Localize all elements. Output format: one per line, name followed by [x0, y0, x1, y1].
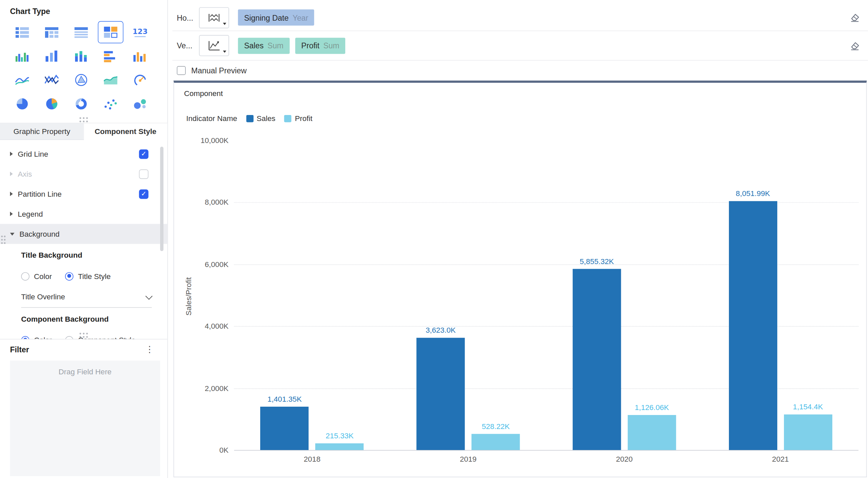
title-overline-label: Title Overline [21, 293, 65, 301]
chart-type-multi-series-column-icon[interactable] [9, 45, 35, 67]
component-bg-color-radio[interactable] [21, 336, 29, 339]
bar[interactable] [572, 269, 621, 450]
chart-type-custom-line-icon[interactable] [39, 69, 64, 91]
bar-groups: 1,401.35K215.33K3,623.0K528.22K5,855.32K… [234, 141, 859, 450]
chart-type-detail-table-icon[interactable] [68, 21, 94, 43]
bar-sales-2021[interactable]: 8,051.99K [728, 189, 777, 450]
chart-type-line-icon[interactable] [9, 69, 35, 91]
x-axis-label: 2020 [547, 455, 703, 463]
bar[interactable] [728, 201, 777, 450]
prop-label: Grid Line [18, 150, 48, 158]
title-overline-select[interactable]: Title Overline [21, 286, 152, 308]
chart-type-column-icon[interactable] [39, 45, 64, 67]
legend-item-profit[interactable]: Profit [284, 114, 312, 123]
chart-type-cross-table-icon[interactable] [39, 21, 64, 43]
chart-type-stacked-column-icon[interactable] [68, 45, 94, 67]
scrollbar-thumb[interactable] [160, 147, 163, 251]
legend-label: Sales [256, 114, 275, 123]
chart-type-pie-icon[interactable] [9, 93, 35, 115]
grid-line-checkbox[interactable]: ✓ [139, 149, 149, 159]
vertical-axis-type-button[interactable] [199, 35, 229, 56]
bar-group-2020: 5,855.32K1,126.06K [547, 257, 703, 450]
clear-vertical-button[interactable] [850, 40, 860, 51]
chart-type-multi-chart-icon[interactable] [98, 21, 123, 43]
prop-row-background[interactable]: Background [0, 224, 167, 244]
chart-type-kpi-card-icon[interactable]: 123 [127, 21, 153, 43]
chart-component[interactable]: Component Indicator Name Sales Profit Sa… [174, 81, 867, 477]
bar-sales-2018[interactable]: 1,401.35K [260, 395, 309, 450]
prop-row-partition-line[interactable]: Partition Line ✓ [0, 184, 167, 204]
prop-label: Background [19, 230, 59, 238]
axis-checkbox[interactable]: ✓ [139, 169, 149, 179]
pill-aggregation: Sum [268, 41, 284, 50]
bar[interactable] [472, 434, 520, 450]
dropdown-caret-icon [223, 51, 226, 53]
bar-sales-2020[interactable]: 5,855.32K [572, 257, 621, 450]
chart-type-drag-handle[interactable] [80, 117, 88, 123]
chart-type-grouping-table-icon[interactable] [9, 21, 35, 43]
caret-right-icon[interactable] [10, 152, 13, 156]
panel-drag-handle[interactable] [1, 236, 7, 245]
bar-value-label: 5,855.32K [580, 257, 614, 265]
pill-signing-date[interactable]: Signing Date Year [238, 9, 314, 25]
title-bg-color-radio[interactable] [21, 272, 29, 280]
horizontal-axis-type-button[interactable] [199, 7, 229, 28]
prop-row-legend[interactable]: Legend [0, 204, 167, 224]
bar[interactable] [316, 443, 364, 450]
filter-dropzone[interactable]: Drag Field Here [10, 361, 160, 476]
pill-profit[interactable]: Profit Sum [295, 38, 346, 54]
kebab-menu-icon[interactable]: ⋮ [145, 345, 154, 354]
legend-title: Indicator Name [186, 114, 237, 123]
bar[interactable] [627, 415, 676, 450]
chart-type-combo-icon[interactable] [127, 45, 153, 67]
title-bg-style-radio[interactable] [65, 272, 73, 280]
bar[interactable] [784, 414, 832, 450]
chart-type-scatter-icon[interactable] [98, 93, 123, 115]
bar[interactable] [260, 407, 309, 450]
chart-type-multi-pie-icon[interactable] [39, 93, 64, 115]
x-labels: 2018201920202021 [234, 455, 859, 463]
dropdown-caret-icon [223, 23, 226, 25]
vertical-field-row: Ve... Sales Sum Profit Sum [173, 31, 868, 60]
prop-row-grid-line[interactable]: Grid Line ✓ [0, 144, 167, 164]
manual-preview-checkbox[interactable] [177, 66, 186, 75]
prop-row-axis[interactable]: Axis ✓ [0, 164, 167, 184]
tab-graphic-property[interactable]: Graphic Property [0, 123, 84, 140]
legend-swatch [246, 115, 253, 122]
title-background-heading: Title Background [0, 244, 167, 266]
y-axis-tick-label: 10,000K [200, 136, 228, 145]
chart-type-gauge-icon[interactable] [127, 69, 153, 91]
tab-component-style[interactable]: Component Style [84, 123, 167, 140]
bar-profit-2019[interactable]: 528.22K [472, 422, 520, 450]
bar-profit-2018[interactable]: 215.33K [316, 432, 364, 450]
horizontal-field-row: Ho... Signing Date Year [173, 4, 868, 31]
caret-right-icon[interactable] [10, 212, 13, 216]
chart-type-radar-icon[interactable] [68, 69, 94, 91]
pill-field-name: Signing Date [244, 13, 289, 22]
bar-profit-2020[interactable]: 1,126.06K [627, 403, 676, 450]
chart-type-bubble-icon[interactable] [127, 93, 153, 115]
caret-right-icon[interactable] [10, 172, 13, 176]
bar-sales-2019[interactable]: 3,623.0K [417, 326, 465, 450]
y-axis-tick-label: 2,000K [205, 384, 228, 392]
left-sidebar: Chart Type 123 [0, 0, 168, 478]
chart-type-donut-icon[interactable] [68, 93, 94, 115]
svg-text:123: 123 [132, 27, 148, 35]
caret-right-icon[interactable] [10, 192, 13, 196]
legend-item-sales[interactable]: Sales [246, 114, 276, 123]
props-resize-handle[interactable] [80, 333, 88, 338]
pill-sales[interactable]: Sales Sum [238, 38, 289, 54]
bar[interactable] [417, 338, 465, 450]
chart-type-area-icon[interactable] [98, 69, 123, 91]
caret-down-icon[interactable] [10, 233, 14, 235]
bar-value-label: 528.22K [482, 422, 510, 430]
chart-type-bar-icon[interactable] [98, 45, 123, 67]
component-bg-style-radio[interactable] [65, 336, 73, 339]
partition-line-checkbox[interactable]: ✓ [139, 189, 149, 199]
bar-value-label: 1,401.35K [268, 395, 302, 403]
clear-horizontal-button[interactable] [850, 12, 860, 23]
horizontal-axis-label: Ho... [177, 13, 196, 22]
bar-group-2019: 3,623.0K528.22K [390, 326, 547, 450]
prop-label: Axis [18, 170, 32, 178]
bar-profit-2021[interactable]: 1,154.4K [784, 403, 832, 450]
